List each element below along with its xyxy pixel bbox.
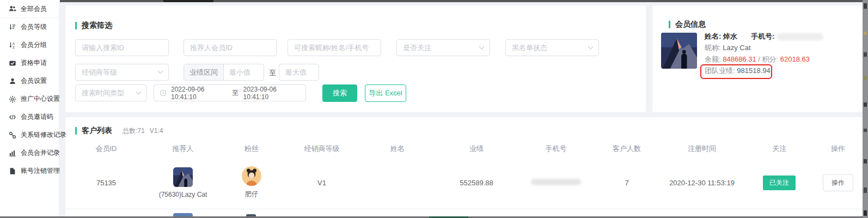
- sidebar-item-label: 推广中心设置: [21, 94, 60, 104]
- sidebar-item-all-members[interactable]: 全部会员: [0, 0, 59, 18]
- export-excel-button[interactable]: 导出 Excel: [365, 84, 406, 102]
- section-accent-bar: [669, 21, 670, 28]
- referrer-id-input[interactable]: 推荐人会员ID: [184, 39, 277, 56]
- sidebar-item-relation-chain-log[interactable]: 关系链修改记录: [0, 126, 59, 144]
- team-performance-label: 团队业绩:: [705, 66, 735, 75]
- sidebar-item-member-level[interactable]: 会员等级: [0, 18, 59, 36]
- col-name: 姓名: [359, 144, 436, 154]
- cell-fan-name: 肥仔: [245, 190, 258, 199]
- balance-value: 848686.31: [723, 55, 756, 63]
- filter-section-title: 搜索筛选: [75, 21, 112, 31]
- chevron-down-icon: [158, 69, 163, 74]
- col-referrer: 推荐人: [147, 144, 219, 154]
- phone-label: 手机号:: [751, 32, 774, 40]
- col-fan: 粉丝: [219, 144, 284, 154]
- sidebar-item-label: 会员分组: [21, 40, 47, 50]
- col-dealer-level: 经销商等级: [284, 144, 359, 154]
- cell-phone-redacted-blur: [531, 179, 581, 185]
- balance-points-separator: /: [758, 55, 760, 63]
- sidebar-item-invite-code[interactable]: 会员邀请码: [0, 108, 59, 126]
- col-performance: 业绩: [436, 144, 517, 154]
- cell-customer-count: 7: [595, 179, 659, 187]
- table-row: 75135 (75630)Lazy Cat: [65, 156, 863, 209]
- sidebar-item-label: 会员合并记录: [21, 148, 60, 158]
- dealer-level-value: 经销商等级: [82, 68, 117, 77]
- link-icon: [9, 131, 16, 139]
- cell-referrer-name: (75630)Lazy Cat: [159, 191, 207, 198]
- points-label: 积分:: [762, 55, 779, 63]
- blacklist-status-select[interactable]: 黑名单状态: [505, 39, 599, 56]
- search-button[interactable]: 搜索: [322, 84, 357, 102]
- referrer-id-placeholder: 推荐人会员ID: [190, 43, 233, 53]
- date-end-value: 2023-09-06 10:41:10: [243, 86, 301, 101]
- performance-range-label: 业绩区间: [184, 64, 224, 80]
- sidebar-item-account-cancellation[interactable]: 账号注销管理: [0, 162, 59, 180]
- nickname-search-input[interactable]: 可搜索昵称/姓名/手机号: [288, 39, 381, 56]
- sidebar-item-label: 关系链修改记录: [21, 130, 66, 140]
- team-performance-value: 981518.94: [737, 66, 770, 75]
- cell-member-id: 75135: [65, 179, 147, 187]
- sidebar-item-qualification[interactable]: 资格申请: [0, 54, 59, 72]
- sidebar-item-label: 资格申请: [21, 58, 47, 68]
- row-divider: [65, 209, 863, 209]
- search-time-type-select[interactable]: 搜索时间类型: [75, 84, 147, 101]
- sort-alpha-icon: AZ: [9, 41, 16, 49]
- right-screen-edge: [863, 0, 868, 218]
- dealer-level-select[interactable]: 经销商等级: [75, 64, 169, 81]
- col-action: 操作: [814, 144, 863, 154]
- date-range-input[interactable]: 2022-09-06 10:41:10 至 2023-09-06 10:41:1…: [154, 84, 306, 101]
- customer-list-header: 客户列表 总数:71 V1:4: [75, 126, 163, 136]
- fan-avatar: [242, 166, 261, 186]
- browser-top-edge: [60, 0, 863, 2]
- performance-max-placeholder: 最大值: [285, 68, 307, 77]
- row-action-button[interactable]: 操作: [823, 174, 853, 191]
- customer-total-count: 总数:71: [123, 126, 145, 136]
- code-icon: [9, 113, 16, 121]
- bar-chart-icon: [9, 149, 16, 157]
- cell-performance: 552589.88: [436, 179, 517, 187]
- name-value: 焯水: [723, 32, 737, 40]
- sort-amount-icon: [9, 23, 16, 31]
- sidebar-item-merge-log[interactable]: 会员合并记录: [0, 144, 59, 162]
- performance-range-group: 业绩区间 最小值: [184, 64, 264, 81]
- clock-icon: [160, 89, 167, 96]
- followed-badge[interactable]: 已关注: [763, 175, 796, 190]
- performance-max-input[interactable]: 最大值: [279, 64, 319, 81]
- nickname-label: 昵称:: [705, 44, 721, 52]
- nickname-placeholder: 可搜索昵称/姓名/手机号: [294, 43, 369, 53]
- range-to-label: 至: [269, 68, 276, 78]
- name-label: 姓名:: [705, 32, 721, 40]
- cell-register-time: 2020-12-30 11:53:19: [659, 179, 745, 187]
- customer-list-panel: 客户列表 总数:71 V1:4 会员ID 推荐人 粉丝 经销商等级 姓名 业绩 …: [65, 117, 863, 216]
- sidebar-item-member-group[interactable]: AZ 会员分组: [0, 36, 59, 54]
- sidebar-item-label: 账号注销管理: [21, 166, 60, 175]
- search-id-input[interactable]: 请输入搜索ID: [75, 39, 169, 56]
- cell-dealer-level: V1: [284, 179, 359, 187]
- col-phone: 手机号: [517, 144, 595, 154]
- member-avatar: [661, 33, 697, 69]
- performance-min-input[interactable]: 最小值: [224, 64, 256, 80]
- browser-tab-fragment: [163, 0, 213, 2]
- section-accent-bar: [75, 22, 77, 29]
- referrer-avatar: [173, 167, 193, 187]
- time-type-value: 搜索时间类型: [82, 88, 124, 98]
- users-icon: [9, 5, 16, 13]
- sidebar-item-promotion-settings[interactable]: 推广中心设置: [0, 90, 59, 108]
- chevron-down-icon: [136, 89, 142, 95]
- customer-v1-count: V1:4: [150, 127, 163, 135]
- sidebar-item-label: 全部会员: [21, 4, 47, 14]
- sidebar-item-label: 会员设置: [21, 76, 47, 86]
- sidebar-item-member-settings[interactable]: 会员设置: [0, 72, 59, 90]
- chevron-down-icon: [479, 44, 485, 50]
- follow-select-value: 是否关注: [403, 43, 431, 53]
- section-accent-bar: [75, 127, 77, 135]
- user-icon: [9, 77, 16, 85]
- member-info-title-text: 会员信息: [675, 20, 706, 29]
- sidebar-item-label: 会员等级: [21, 22, 47, 32]
- col-register-time: 注册时间: [659, 144, 745, 154]
- date-start-value: 2022-09-06 10:41:10: [171, 86, 228, 101]
- blacklist-select-value: 黑名单状态: [512, 43, 547, 53]
- chevron-down-icon: [588, 44, 594, 50]
- svg-text:Z: Z: [13, 45, 15, 49]
- follow-status-select[interactable]: 是否关注: [396, 39, 490, 56]
